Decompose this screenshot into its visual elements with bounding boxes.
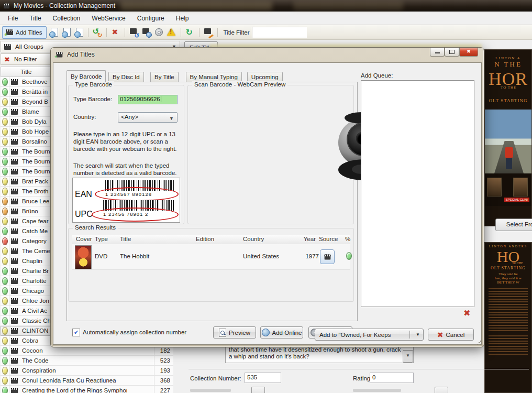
grid-line (18, 117, 18, 126)
grid-line (18, 226, 18, 236)
grid-line (9, 246, 9, 256)
clapper-icon (11, 288, 18, 294)
desktop: My Movies - Collection Management FileTi… (0, 0, 532, 393)
list-item[interactable]: Conspiration193 (1, 366, 173, 376)
clapper-icon (11, 189, 18, 194)
add-titles-label: Add Titles (16, 29, 42, 36)
grid-line (18, 187, 18, 196)
close-button[interactable]: ✖ (459, 48, 478, 57)
add-online-button[interactable]: Add Online (260, 326, 303, 339)
resize-grip[interactable] (476, 340, 482, 345)
clapper-search-icon[interactable] (141, 27, 152, 38)
add-to-dropdown-button[interactable]: Add to "Owned, For Keeps ▼ (315, 329, 424, 341)
results-column-%: % (345, 236, 350, 242)
clipped-button[interactable] (251, 387, 265, 393)
tab-by-manual-typing[interactable]: By Manual Typing (186, 72, 242, 82)
poster-text: OLT STARTING (485, 98, 531, 103)
grid-line (9, 87, 9, 96)
preview-button[interactable]: Preview (213, 326, 256, 339)
grid-line (9, 77, 9, 86)
list-item-title: The Ceme (22, 248, 50, 254)
poster-text: hen, they said it w (485, 276, 531, 280)
add-queue-list[interactable] (361, 80, 474, 307)
list-item[interactable]: Creating the Lord of the Rings Symphony:… (1, 386, 173, 393)
cancel-button[interactable]: ✖ Cancel (428, 329, 474, 341)
warning-icon[interactable] (167, 27, 177, 38)
clapper-sync-icon[interactable] (129, 27, 139, 38)
grid-line (9, 147, 9, 156)
dialog-titlebar: + Add Titles (56, 51, 95, 58)
add-titles-dialog: + Add Titles ✖ By BarcodeBy Disc IdBy Ti… (50, 47, 484, 347)
list-item[interactable]: Conul Leonida Fata Cu Reactiunea368 (1, 376, 173, 386)
menu-item-collection[interactable]: Collection (47, 13, 86, 24)
grid-line (9, 286, 9, 296)
barcode-input[interactable]: 012569056626 (118, 95, 178, 104)
list-item-number: 193 (153, 367, 170, 374)
barcode-example-image: EAN 1 234567 890128 UPC 1 23456 78901 2 (72, 178, 180, 223)
list-item[interactable]: The Code523 (1, 356, 173, 366)
document-globe-upload-icon[interactable] (61, 27, 72, 38)
tab-by-title[interactable]: By Title (150, 72, 179, 82)
grid-line (18, 296, 18, 305)
result-row[interactable]: DVD The Hobbit United States 1977 (72, 244, 350, 270)
tab-by-barcode[interactable]: By Barcode (66, 70, 106, 82)
cover-thumbnail (75, 245, 92, 269)
title-filter-icon[interactable] (203, 27, 214, 38)
clapper-icon (11, 209, 18, 214)
title-filter-input[interactable] (252, 27, 307, 38)
menu-item-webservice[interactable]: WebService (86, 13, 131, 24)
list-item-title: A Civil Ac (22, 308, 47, 314)
poster-strip: SPECIAL CLINI (485, 173, 531, 206)
import-arrows-icon[interactable] (92, 27, 103, 38)
titlebar-glare (120, 1, 272, 10)
maximize-button[interactable] (445, 48, 459, 57)
clapper-icon (11, 368, 18, 374)
grid-line (9, 266, 9, 276)
scroll-down-button[interactable]: ▼ (403, 350, 413, 363)
grid-line (9, 276, 9, 286)
grid-line (18, 266, 18, 276)
menu-item-configure[interactable]: Configure (131, 13, 170, 24)
minimize-button[interactable] (430, 48, 445, 57)
clapper-icon (11, 328, 18, 334)
delete-icon[interactable] (110, 27, 121, 38)
collection-number-field[interactable]: 535 (245, 373, 281, 383)
chevron-down-icon: ▼ (169, 116, 174, 121)
poster-text: LINTON A (485, 50, 531, 60)
list-item-title: Creating the Lord of the Rings Symphony:… (22, 387, 127, 393)
no-filter-icon: ✖ (4, 56, 10, 63)
grid-line (18, 306, 18, 315)
results-column-edition: Edition (196, 236, 214, 242)
tab-upcoming[interactable]: Upcoming (247, 72, 283, 82)
list-item-number: 368 (153, 377, 170, 384)
results-header[interactable]: CoverTypeTitleEditionCountryYearSource% (72, 235, 350, 245)
tab-by-disc-id[interactable]: By Disc Id (108, 72, 144, 82)
auto-assign-checkbox[interactable]: ✔ (72, 329, 80, 336)
titlebar-glare (293, 1, 403, 10)
toolbar-separator (199, 28, 199, 37)
globe-icon (262, 329, 270, 336)
document-globe-icon[interactable] (49, 27, 59, 38)
refresh-icon[interactable] (185, 27, 195, 38)
list-item-title: Brüno (22, 208, 38, 214)
list-item-title: Catch Me (22, 228, 48, 234)
results-column-year: Year (299, 236, 316, 242)
collection-number-label: Collection Number: (190, 375, 241, 381)
disc-sync-icon[interactable] (154, 27, 164, 38)
document-globe-save-icon[interactable] (74, 27, 84, 38)
source-icon[interactable] (320, 249, 335, 264)
select-front-button[interactable]: Select Fro (495, 219, 532, 231)
list-item-title: Bob Dyla (22, 118, 47, 125)
clapper-icon (11, 119, 18, 125)
status-indicator (2, 307, 8, 315)
clipped-button[interactable] (435, 387, 448, 393)
menu-item-help[interactable]: Help (170, 13, 195, 24)
menu-item-title[interactable]: Title (24, 13, 47, 24)
preview-icon (219, 329, 226, 337)
country-combo[interactable]: <Any> ▼ (118, 112, 178, 123)
menu-item-file[interactable]: File (2, 13, 24, 24)
remove-from-queue-button[interactable]: ✖ (463, 308, 470, 318)
add-titles-button[interactable]: + Add Titles (2, 26, 47, 39)
rating-field[interactable]: 0 (370, 373, 414, 383)
status-indicator (2, 367, 8, 375)
